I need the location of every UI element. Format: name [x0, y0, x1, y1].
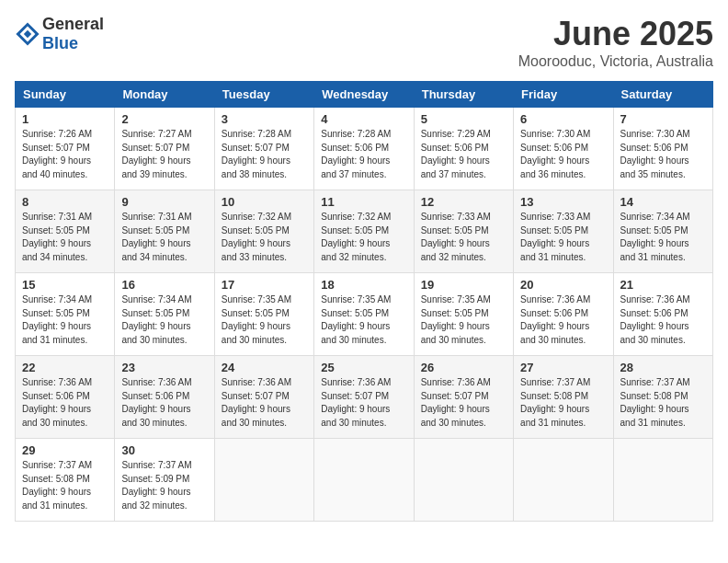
- cell-content: Sunrise: 7:34 AM Sunset: 5:05 PM Dayligh…: [22, 293, 108, 347]
- day-number: 17: [222, 278, 307, 292]
- logo: General Blue: [15, 15, 104, 53]
- col-sunday: Sunday: [16, 82, 115, 108]
- day-number: 1: [22, 112, 108, 126]
- table-row: 8 Sunrise: 7:31 AM Sunset: 5:05 PM Dayli…: [16, 190, 115, 273]
- table-row: [314, 439, 414, 522]
- month-title: June 2025: [518, 15, 713, 53]
- day-number: 15: [22, 278, 108, 292]
- cell-content: Sunrise: 7:34 AM Sunset: 5:05 PM Dayligh…: [620, 211, 706, 264]
- logo-blue: Blue: [42, 34, 78, 52]
- table-row: 6 Sunrise: 7:30 AM Sunset: 5:06 PM Dayli…: [514, 108, 613, 190]
- logo-icon: [15, 21, 40, 47]
- table-row: 14 Sunrise: 7:34 AM Sunset: 5:05 PM Dayl…: [613, 190, 712, 273]
- table-row: [414, 439, 513, 522]
- cell-content: Sunrise: 7:36 AM Sunset: 5:07 PM Dayligh…: [222, 376, 307, 430]
- day-number: 3: [222, 112, 307, 126]
- calendar-row-4: 29 Sunrise: 7:37 AM Sunset: 5:08 PM Dayl…: [16, 439, 713, 522]
- table-row: 15 Sunrise: 7:34 AM Sunset: 5:05 PM Dayl…: [16, 273, 115, 356]
- table-row: 22 Sunrise: 7:36 AM Sunset: 5:06 PM Dayl…: [16, 356, 115, 439]
- table-row: 30 Sunrise: 7:37 AM Sunset: 5:09 PM Dayl…: [115, 439, 214, 522]
- table-row: 7 Sunrise: 7:30 AM Sunset: 5:06 PM Dayli…: [613, 108, 712, 190]
- cell-content: Sunrise: 7:35 AM Sunset: 5:05 PM Dayligh…: [222, 293, 307, 347]
- cell-content: Sunrise: 7:37 AM Sunset: 5:08 PM Dayligh…: [22, 459, 108, 512]
- table-row: [214, 439, 313, 522]
- table-row: 18 Sunrise: 7:35 AM Sunset: 5:05 PM Dayl…: [314, 273, 414, 356]
- cell-content: Sunrise: 7:30 AM Sunset: 5:06 PM Dayligh…: [620, 128, 706, 181]
- table-row: 26 Sunrise: 7:36 AM Sunset: 5:07 PM Dayl…: [414, 356, 513, 439]
- cell-content: Sunrise: 7:26 AM Sunset: 5:07 PM Dayligh…: [22, 128, 108, 181]
- table-row: 2 Sunrise: 7:27 AM Sunset: 5:07 PM Dayli…: [115, 108, 214, 190]
- table-row: 12 Sunrise: 7:33 AM Sunset: 5:05 PM Dayl…: [414, 190, 513, 273]
- logo-text: General Blue: [42, 15, 104, 53]
- cell-content: Sunrise: 7:37 AM Sunset: 5:08 PM Dayligh…: [620, 376, 706, 430]
- table-row: 29 Sunrise: 7:37 AM Sunset: 5:08 PM Dayl…: [16, 439, 115, 522]
- day-number: 18: [321, 278, 406, 292]
- table-row: 16 Sunrise: 7:34 AM Sunset: 5:05 PM Dayl…: [115, 273, 214, 356]
- table-row: 17 Sunrise: 7:35 AM Sunset: 5:05 PM Dayl…: [214, 273, 313, 356]
- table-row: 24 Sunrise: 7:36 AM Sunset: 5:07 PM Dayl…: [214, 356, 313, 439]
- cell-content: Sunrise: 7:36 AM Sunset: 5:06 PM Dayligh…: [22, 376, 108, 430]
- table-row: 3 Sunrise: 7:28 AM Sunset: 5:07 PM Dayli…: [214, 108, 313, 190]
- day-number: 11: [321, 195, 406, 209]
- cell-content: Sunrise: 7:35 AM Sunset: 5:05 PM Dayligh…: [421, 293, 506, 347]
- day-number: 5: [421, 112, 506, 126]
- table-row: 27 Sunrise: 7:37 AM Sunset: 5:08 PM Dayl…: [514, 356, 613, 439]
- day-number: 30: [121, 443, 207, 457]
- table-row: 25 Sunrise: 7:36 AM Sunset: 5:07 PM Dayl…: [314, 356, 414, 439]
- day-number: 21: [620, 278, 706, 292]
- cell-content: Sunrise: 7:35 AM Sunset: 5:05 PM Dayligh…: [321, 293, 406, 347]
- table-row: 28 Sunrise: 7:37 AM Sunset: 5:08 PM Dayl…: [613, 356, 712, 439]
- cell-content: Sunrise: 7:30 AM Sunset: 5:06 PM Dayligh…: [520, 128, 606, 181]
- table-row: [514, 439, 613, 522]
- day-number: 28: [620, 361, 706, 374]
- day-number: 22: [22, 361, 108, 374]
- cell-content: Sunrise: 7:36 AM Sunset: 5:06 PM Dayligh…: [520, 293, 606, 347]
- cell-content: Sunrise: 7:36 AM Sunset: 5:06 PM Dayligh…: [620, 293, 706, 347]
- cell-content: Sunrise: 7:28 AM Sunset: 5:07 PM Dayligh…: [222, 128, 307, 181]
- day-number: 25: [321, 361, 406, 374]
- table-row: 13 Sunrise: 7:33 AM Sunset: 5:05 PM Dayl…: [514, 190, 613, 273]
- cell-content: Sunrise: 7:33 AM Sunset: 5:05 PM Dayligh…: [520, 211, 606, 264]
- table-row: 19 Sunrise: 7:35 AM Sunset: 5:05 PM Dayl…: [414, 273, 513, 356]
- col-thursday: Thursday: [414, 82, 513, 108]
- day-number: 26: [421, 361, 506, 374]
- day-number: 10: [222, 195, 307, 209]
- table-row: 21 Sunrise: 7:36 AM Sunset: 5:06 PM Dayl…: [613, 273, 712, 356]
- day-number: 6: [520, 112, 606, 126]
- location-title: Moorooduc, Victoria, Australia: [518, 53, 713, 70]
- col-tuesday: Tuesday: [214, 82, 313, 108]
- cell-content: Sunrise: 7:32 AM Sunset: 5:05 PM Dayligh…: [321, 211, 406, 264]
- calendar-row-1: 8 Sunrise: 7:31 AM Sunset: 5:05 PM Dayli…: [16, 190, 713, 273]
- day-number: 2: [121, 112, 207, 126]
- header: General Blue June 2025 Moorooduc, Victor…: [15, 15, 713, 70]
- day-number: 19: [421, 278, 506, 292]
- table-row: 10 Sunrise: 7:32 AM Sunset: 5:05 PM Dayl…: [214, 190, 313, 273]
- day-number: 9: [121, 195, 207, 209]
- table-row: 23 Sunrise: 7:36 AM Sunset: 5:06 PM Dayl…: [115, 356, 214, 439]
- col-saturday: Saturday: [613, 82, 712, 108]
- cell-content: Sunrise: 7:29 AM Sunset: 5:06 PM Dayligh…: [421, 128, 506, 181]
- calendar-row-0: 1 Sunrise: 7:26 AM Sunset: 5:07 PM Dayli…: [16, 108, 713, 190]
- day-number: 13: [520, 195, 606, 209]
- table-row: 1 Sunrise: 7:26 AM Sunset: 5:07 PM Dayli…: [16, 108, 115, 190]
- header-row: Sunday Monday Tuesday Wednesday Thursday…: [16, 82, 713, 108]
- table-row: 5 Sunrise: 7:29 AM Sunset: 5:06 PM Dayli…: [414, 108, 513, 190]
- calendar-row-2: 15 Sunrise: 7:34 AM Sunset: 5:05 PM Dayl…: [16, 273, 713, 356]
- cell-content: Sunrise: 7:32 AM Sunset: 5:05 PM Dayligh…: [222, 211, 307, 264]
- table-row: 11 Sunrise: 7:32 AM Sunset: 5:05 PM Dayl…: [314, 190, 414, 273]
- calendar-table: Sunday Monday Tuesday Wednesday Thursday…: [15, 81, 713, 522]
- table-row: [613, 439, 712, 522]
- col-monday: Monday: [115, 82, 214, 108]
- cell-content: Sunrise: 7:36 AM Sunset: 5:07 PM Dayligh…: [321, 376, 406, 430]
- day-number: 24: [222, 361, 307, 374]
- day-number: 7: [620, 112, 706, 126]
- col-wednesday: Wednesday: [314, 82, 414, 108]
- cell-content: Sunrise: 7:31 AM Sunset: 5:05 PM Dayligh…: [121, 211, 207, 264]
- cell-content: Sunrise: 7:27 AM Sunset: 5:07 PM Dayligh…: [121, 128, 207, 181]
- cell-content: Sunrise: 7:37 AM Sunset: 5:09 PM Dayligh…: [121, 459, 207, 512]
- day-number: 14: [620, 195, 706, 209]
- day-number: 20: [520, 278, 606, 292]
- cell-content: Sunrise: 7:36 AM Sunset: 5:06 PM Dayligh…: [121, 376, 207, 430]
- day-number: 12: [421, 195, 506, 209]
- title-area: June 2025 Moorooduc, Victoria, Australia: [518, 15, 713, 70]
